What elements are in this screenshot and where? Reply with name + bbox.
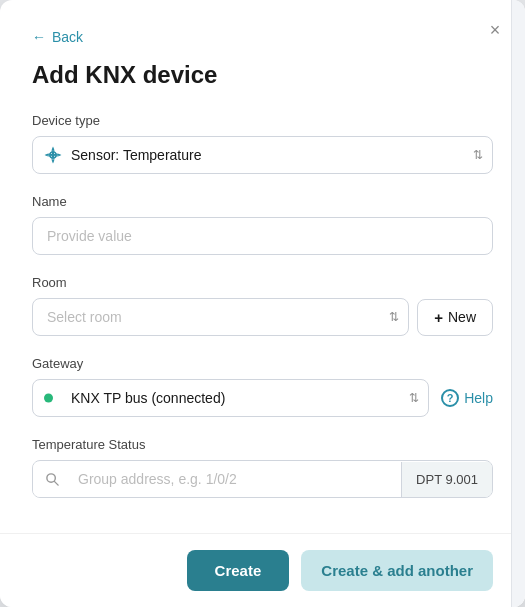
name-field: Name bbox=[32, 194, 493, 255]
room-select-wrapper: Select room ⇅ bbox=[32, 298, 409, 336]
temperature-status-input-row: DPT 9.001 bbox=[32, 460, 493, 498]
modal-footer: Create Create & add another bbox=[0, 533, 525, 607]
help-button[interactable]: ? Help bbox=[441, 389, 493, 407]
device-type-label: Device type bbox=[32, 113, 493, 128]
gateway-select-wrapper: KNX TP bus (connected) ⇅ bbox=[32, 379, 429, 417]
side-panel-hint bbox=[511, 0, 525, 607]
gateway-row: KNX TP bus (connected) ⇅ ? Help bbox=[32, 379, 493, 417]
create-add-another-button[interactable]: Create & add another bbox=[301, 550, 493, 591]
help-circle-icon: ? bbox=[441, 389, 459, 407]
device-type-select[interactable]: Sensor: Temperature bbox=[32, 136, 493, 174]
new-room-button[interactable]: + New bbox=[417, 299, 493, 336]
plus-icon: + bbox=[434, 309, 443, 326]
svg-line-2 bbox=[54, 481, 58, 485]
back-arrow-icon: ← bbox=[32, 29, 46, 45]
name-label: Name bbox=[32, 194, 493, 209]
dpt-badge: DPT 9.001 bbox=[401, 462, 492, 497]
gateway-label: Gateway bbox=[32, 356, 493, 371]
temperature-status-label: Temperature Status bbox=[32, 437, 493, 452]
create-button[interactable]: Create bbox=[187, 550, 290, 591]
temperature-group-address-input[interactable] bbox=[70, 461, 401, 497]
room-label: Room bbox=[32, 275, 493, 290]
room-row: Select room ⇅ + New bbox=[32, 298, 493, 336]
device-type-select-wrapper: Sensor: Temperature ⇅ bbox=[32, 136, 493, 174]
device-type-field: Device type Sensor: Temperature ⇅ bbox=[32, 113, 493, 174]
modal: × ← Back Add KNX device Device type bbox=[0, 0, 525, 607]
temperature-status-field: Temperature Status DPT 9.001 bbox=[32, 437, 493, 498]
back-link[interactable]: ← Back bbox=[32, 29, 83, 45]
search-icon bbox=[33, 462, 70, 497]
gateway-field: Gateway KNX TP bus (connected) ⇅ ? Help bbox=[32, 356, 493, 417]
room-field: Room Select room ⇅ + New bbox=[32, 275, 493, 336]
close-button[interactable]: × bbox=[481, 16, 509, 44]
page-title: Add KNX device bbox=[32, 61, 493, 89]
gateway-select[interactable]: KNX TP bus (connected) bbox=[32, 379, 429, 417]
modal-body: ← Back Add KNX device Device type bbox=[0, 0, 525, 533]
room-select[interactable]: Select room bbox=[32, 298, 409, 336]
name-input[interactable] bbox=[32, 217, 493, 255]
